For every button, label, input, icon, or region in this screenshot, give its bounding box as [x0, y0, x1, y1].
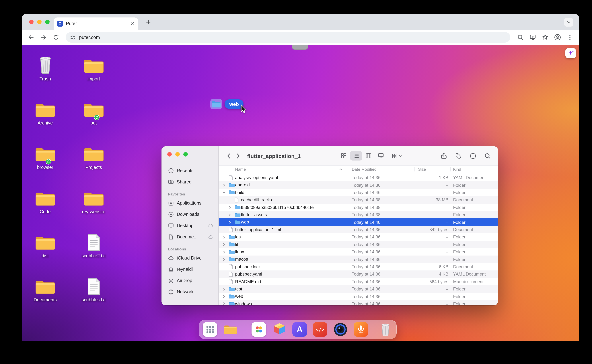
desktop-icon-out[interactable]: out [74, 98, 114, 126]
finder-minimize-button[interactable] [175, 152, 180, 156]
desktop-icon-dist[interactable]: dist [25, 231, 65, 259]
file-row-macos[interactable]: macosToday at 14.36--Folder [219, 256, 498, 263]
dock-trash[interactable] [377, 321, 393, 338]
browser-tab[interactable]: Puter [54, 18, 138, 30]
dock-code-editor-app-icon[interactable]: </> [312, 321, 328, 338]
file-row-windows[interactable]: windowsToday at 14.36--Folder [219, 300, 498, 306]
file-row-android[interactable]: androidToday at 14.36--Folder [219, 182, 498, 189]
disclosure-triangle-icon[interactable] [222, 293, 226, 300]
file-row-linux[interactable]: linuxToday at 14.36--Folder [219, 248, 498, 256]
disclosure-triangle-icon[interactable] [222, 256, 226, 263]
finder-close-button[interactable] [167, 152, 172, 156]
file-row-flutter-application-1-iml[interactable]: flutter_application_1.imlToday at 14.368… [219, 226, 498, 234]
reload-button[interactable] [50, 32, 61, 43]
file-row-cache-dill-track-dill[interactable]: cache.dill.track.dillToday at 14.3838 MB… [219, 196, 498, 204]
file-row-web[interactable]: webToday at 14.36--Folder [219, 293, 498, 300]
disclosure-triangle-icon[interactable] [222, 285, 226, 293]
finder-back-button[interactable] [224, 151, 233, 161]
dock-divider [373, 323, 373, 336]
forward-button[interactable] [38, 32, 49, 43]
address-bar[interactable]: puter.com [66, 32, 510, 43]
close-window-button[interactable] [29, 20, 34, 24]
back-button[interactable] [26, 32, 36, 43]
column-header-kind[interactable]: Kind [453, 166, 461, 173]
disclosure-triangle-icon[interactable] [228, 219, 232, 226]
view-grid-button[interactable] [337, 151, 350, 161]
new-tab-button[interactable] [143, 17, 154, 27]
dock-launchpad-icon[interactable] [202, 321, 218, 338]
more-actions-button[interactable] [468, 151, 478, 161]
desktop-icon-scribble2-txt[interactable]: scribble2.txt [74, 231, 114, 259]
file-size: -- [445, 211, 448, 219]
file-row-analysis-options-yaml[interactable]: analysis_options.yamlToday at 14.361 KBY… [219, 174, 498, 182]
bookmark-button[interactable] [539, 32, 551, 43]
finder-search-button[interactable] [483, 151, 492, 161]
disclosure-triangle-icon[interactable] [222, 241, 226, 248]
file-kind: Document [453, 226, 473, 234]
disclosure-triangle-icon[interactable] [222, 233, 226, 241]
dock-camera-app-icon[interactable] [332, 321, 349, 338]
desktop-icon-rey-website[interactable]: rey-website [74, 187, 114, 214]
file-row-flutter-assets[interactable]: flutter_assetsToday at 14.38--Folder [219, 211, 498, 219]
site-settings-icon[interactable] [70, 34, 76, 40]
sidebar-item-desktop[interactable]: Desktop [166, 221, 215, 230]
dock-app-store-icon[interactable] [251, 321, 267, 338]
zoom-button[interactable] [515, 32, 526, 43]
sidebar-item-reynaldi[interactable]: reynaldi [166, 265, 215, 274]
browser-menu-button[interactable] [564, 32, 575, 43]
column-header-size[interactable]: Size [418, 166, 426, 173]
desktop-icon-browser[interactable]: browser [25, 143, 65, 170]
dock-files-folder-icon[interactable] [222, 321, 238, 338]
file-row-pubspec-yaml[interactable]: pubspec.yamlToday at 14.364 KBYAML Docum… [219, 270, 498, 278]
file-row-build[interactable]: buildToday at 14.46--Folder [219, 189, 498, 196]
disclosure-triangle-icon[interactable] [228, 204, 232, 211]
desktop-icon-scribbles-txt[interactable]: scribbles.txt [74, 275, 114, 302]
column-header-name[interactable]: Name [235, 166, 246, 173]
minimize-window-button[interactable] [37, 20, 41, 24]
tab-close-icon[interactable] [129, 21, 135, 26]
file-row-web[interactable]: webToday at 14.40--Folder [219, 219, 498, 226]
dock-text-editor-app-icon[interactable]: A [292, 321, 308, 338]
share-button[interactable] [439, 151, 448, 161]
disclosure-triangle-icon[interactable] [222, 248, 226, 256]
file-row-pubspec-lock[interactable]: pubspec.lockToday at 14.366 KBDocument [219, 263, 498, 271]
install-app-button[interactable] [527, 32, 538, 43]
sidebar-item-applications[interactable]: Applications [166, 198, 215, 208]
sidebar-item-recents[interactable]: Recents [166, 166, 215, 176]
finder-fullscreen-button[interactable] [183, 152, 188, 156]
cloud-icon [208, 223, 213, 228]
file-row-lib[interactable]: libToday at 14.36--Folder [219, 241, 498, 248]
sidebar-item-downloads[interactable]: Downloads [166, 210, 215, 219]
file-row-test[interactable]: testToday at 14.36--Folder [219, 285, 498, 293]
disclosure-triangle-icon[interactable] [222, 300, 226, 306]
desktop-icon-import[interactable]: import [74, 54, 114, 82]
file-row-f539f089ab3503601f1b70cbdb4401fe[interactable]: f539f089ab3503601f1b70cbdb4401feToday at… [219, 204, 498, 211]
profile-button[interactable] [552, 32, 563, 43]
tab-search-icon[interactable] [564, 18, 573, 26]
column-header-date-modified[interactable]: Date Modified [352, 166, 377, 173]
tags-button[interactable] [453, 151, 463, 161]
desktop-icon-archive[interactable]: Archive [25, 98, 65, 126]
fullscreen-window-button[interactable] [45, 20, 50, 24]
sidebar-item-airdrop[interactable]: AirDrop [166, 276, 215, 285]
sidebar-item-docume[interactable]: Docume... [166, 232, 215, 242]
desktop-icon-projects[interactable]: Projects [74, 143, 114, 170]
finder-forward-button[interactable] [233, 151, 243, 161]
view-list-button[interactable] [350, 151, 362, 161]
desktop-icon-code[interactable]: Code [25, 187, 65, 214]
view-columns-button[interactable] [362, 151, 375, 161]
disclosure-triangle-icon[interactable] [228, 211, 232, 219]
sidebar-item-icloud-drive[interactable]: iCloud Drive [166, 253, 215, 263]
disclosure-triangle-icon[interactable] [222, 182, 226, 189]
sidebar-item-shared[interactable]: Shared [166, 177, 215, 187]
dock-recorder-app-icon[interactable] [353, 321, 369, 338]
desktop-icon-documents[interactable]: Documents [25, 275, 65, 302]
disclosure-triangle-icon[interactable] [222, 189, 226, 196]
group-by-button[interactable] [391, 153, 407, 159]
view-gallery-button[interactable] [375, 151, 387, 161]
file-row-ios[interactable]: iosToday at 14.36--Folder [219, 233, 498, 241]
file-row-readme-md[interactable]: README.mdToday at 14.36564 bytesMarkdo..… [219, 278, 498, 285]
desktop-icon-trash[interactable]: Trash [25, 54, 65, 82]
sidebar-item-network[interactable]: Network [166, 287, 215, 297]
dock-blocks-app-icon[interactable] [271, 321, 287, 338]
